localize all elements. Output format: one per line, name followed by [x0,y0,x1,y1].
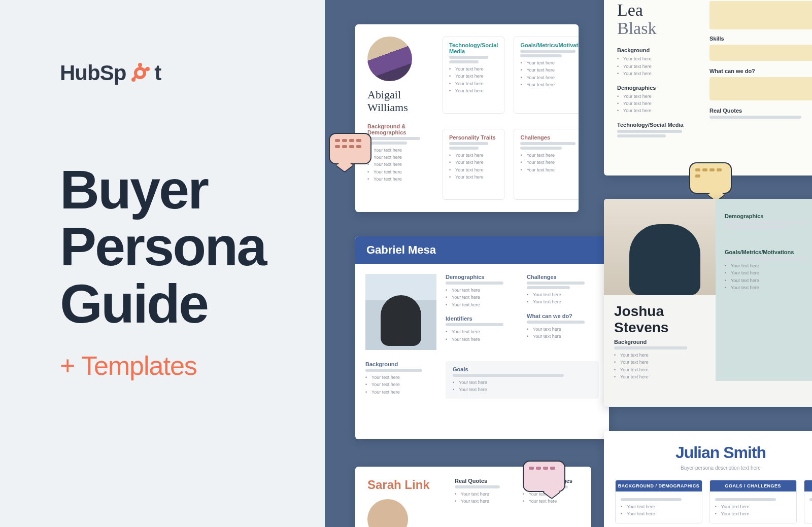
blurb [367,137,433,145]
first-name: Lea [617,1,643,19]
column-header: Goals / Challenges [710,480,796,491]
svg-line-6 [134,76,136,79]
section-title: Demographics [617,85,698,91]
hubspot-logo: HubSp t [60,61,289,85]
section-title: Background & Demographics [367,123,433,135]
last-name: Blask [617,19,656,38]
section-quotes: Real Quotes Your text hereYour text here [455,478,512,527]
section-title: Background [614,339,705,345]
persona-name: Abigail Williams [367,88,433,114]
section-title: Demographics [725,213,812,219]
avatar [367,37,412,81]
logo-text-right: t [154,61,161,85]
section-title: Challenges [527,274,599,280]
section-personality: Personality Traits Your text hereYour te… [443,129,504,200]
section-title: Personality Traits [449,134,498,140]
column-group: Background / Demographics Your text here… [615,480,812,523]
sprocket-icon [129,62,151,84]
headline-line-3: Guide [60,275,289,332]
cream-block [709,77,812,100]
persona-name: Lea Blask [617,1,698,37]
section-title: Real Quotes [709,108,812,114]
speech-bubble-icon [523,461,565,492]
persona-identity: Sarah Link [367,478,444,527]
section-title: Goals/Metrics/Motivations [520,42,579,48]
bullet-list: Your text hereYour text here Your text h… [367,147,433,183]
section-goals: Goals/Metrics/Motivations Your text here… [514,37,579,114]
section-title: Identifiers [446,315,518,322]
svg-point-0 [136,68,145,78]
svg-line-5 [144,69,147,71]
svg-point-1 [138,63,142,67]
section-title: Skills [709,36,812,42]
persona-name: Julian Smith [615,443,812,462]
section-title: Technology/Social Media [617,122,698,128]
cream-block [709,1,812,29]
headline: Buyer Persona Guide [60,161,289,332]
column: Background / Demographics Your text here… [615,480,702,523]
persona-identity: Lea Blask Background Your text hereYour … [617,1,698,162]
persona-photo [604,199,716,295]
persona-identity: Abigail Williams Background & Demographi… [367,37,433,200]
logo-text-left: HubSp [60,61,126,85]
section-title: Goals [453,366,592,372]
section-title: Challenges [520,134,579,140]
speech-bubble-icon [689,162,732,194]
right-column: Demographics Goals/Metrics/Motivations Y… [716,199,812,381]
persona-name: Joshua Stevens [604,295,716,339]
template-card-gabriel: Gabriel Mesa Demographics Your text here… [355,236,609,439]
section-title: Technology/Social Media [449,42,498,54]
section-challenges: Challenges Your text hereYour text hereY… [514,129,579,200]
section-title: Real Quotes [455,478,512,484]
section-title: Demographics [446,274,518,280]
section-title: Goals/Metrics/Motivations [725,249,812,255]
template-card-abigail: Abigail Williams Background & Demographi… [355,24,579,212]
subtitle: + Templates [60,350,289,381]
template-card-julian: Julian Smith Buyer persona description t… [604,431,812,527]
headline-line-1: Buyer [60,161,289,218]
section-tech: Technology/Social Media Your text hereYo… [443,37,504,114]
right-column: Skills What can we do? Real Quotes [709,1,812,162]
avatar [367,499,408,527]
column-header: Background / Demographics [616,480,702,491]
section-title: Background [365,361,436,367]
section-goals: Goals Your text hereYour text here [446,361,599,399]
section-background: Background Your text hereYour text hereY… [365,361,436,399]
card-header: Gabriel Mesa [355,236,609,264]
headline-line-2: Persona [60,218,289,275]
section-demographics: Demographics Your text hereYour text her… [446,274,518,343]
section-challenges: Challenges Your text hereYour text here … [527,274,599,343]
persona-photo [365,274,436,350]
persona-subtitle: Buyer persona description text here [615,465,812,471]
persona-name: Sarah Link [367,478,444,492]
section-title: What can we do? [709,68,812,74]
column: P [804,480,812,523]
hero-panel: HubSp t Buyer Persona Guide + Templates [0,0,325,527]
section-background: Background Your text hereYour text hereY… [604,339,716,381]
column: Goals / Challenges Your text hereYour te… [709,480,797,523]
template-card-joshua: Joshua Stevens Background Your text here… [604,199,812,407]
template-card-lea: Lea Blask Background Your text hereYour … [604,0,812,175]
section-title: What can we do? [527,313,599,319]
column-header: P [804,480,812,491]
cream-block [709,45,812,61]
section-title: Background [617,47,698,53]
speech-bubble-icon [329,133,371,164]
persona-name: Gabriel Mesa [366,243,436,257]
